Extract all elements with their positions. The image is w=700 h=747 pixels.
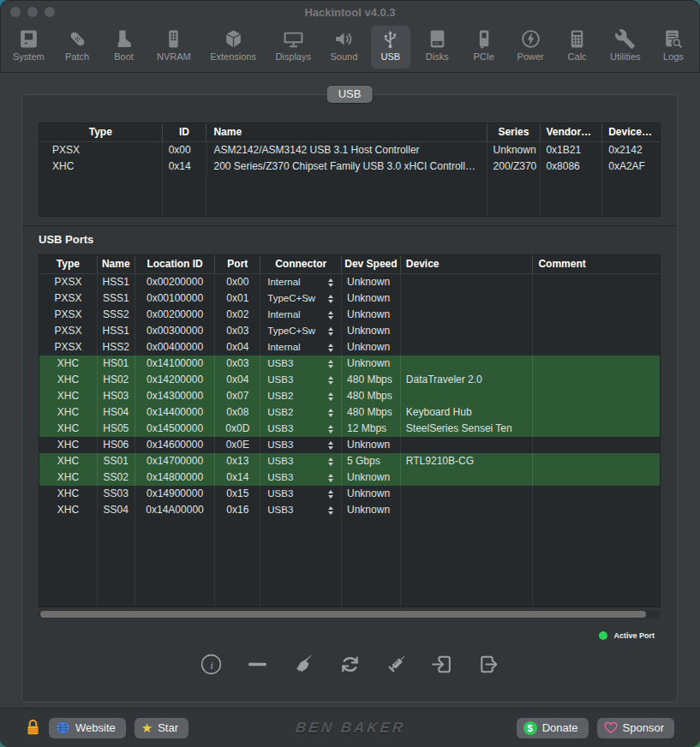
calc-icon xyxy=(566,28,588,50)
column-header-vendor[interactable]: Vendor… xyxy=(541,123,602,141)
controller-vendor: 0x8086 xyxy=(541,158,602,175)
connector-value: USB2 xyxy=(267,388,293,404)
donate-button[interactable]: $ Donate xyxy=(517,718,589,738)
export-button[interactable] xyxy=(475,648,502,679)
usb-port-row[interactable]: XHC SS01 0x14700000 0x13 USB3 5 Gbps RTL… xyxy=(39,453,660,469)
port-type: XHC xyxy=(39,469,98,486)
usb-port-row[interactable]: XHC HS03 0x14300000 0x07 USB2 480 Mbps xyxy=(39,388,660,404)
toolbar-item-sound[interactable]: Sound xyxy=(324,26,363,69)
refresh-button[interactable] xyxy=(336,648,363,679)
port-comment xyxy=(533,372,660,388)
usb-port-row[interactable]: XHC SS02 0x14800000 0x14 USB3 Unknown xyxy=(39,469,660,486)
port-dev-speed: Unknown xyxy=(342,307,401,323)
connector-select[interactable]: USB2 xyxy=(260,388,342,404)
column-header-name[interactable]: Name xyxy=(206,123,487,141)
column-header-device[interactable]: Device xyxy=(401,255,534,273)
usb-port-row[interactable]: XHC HS01 0x14100000 0x03 USB3 Unknown xyxy=(39,356,660,372)
inject-button[interactable] xyxy=(382,648,410,679)
toolbar-item-utilities[interactable]: Utilities xyxy=(604,26,646,69)
toolbar-item-system[interactable]: System xyxy=(7,26,51,69)
port-comment xyxy=(533,437,660,453)
controller-row[interactable]: PXSX 0x00 ASM2142/ASM3142 USB 3.1 Host C… xyxy=(39,142,660,158)
connector-select[interactable]: USB3 xyxy=(260,469,342,486)
toolbar-item-calc[interactable]: Calc xyxy=(558,26,597,69)
toolbar-item-logs[interactable]: Logs xyxy=(654,26,693,69)
toolbar-item-power[interactable]: Power xyxy=(511,26,550,69)
scrollbar-thumb[interactable] xyxy=(40,611,646,618)
connector-select[interactable]: Internal xyxy=(260,339,342,356)
toolbar-item-pcie[interactable]: PCIe xyxy=(464,26,504,69)
column-header-dev-speed[interactable]: Dev Speed xyxy=(342,255,401,273)
port-type: PXSX xyxy=(39,307,98,323)
controller-device: 0xA2AF xyxy=(602,158,660,175)
connector-select[interactable]: USB3 xyxy=(260,502,342,518)
port-name: HS02 xyxy=(98,372,135,388)
connector-select[interactable]: TypeC+Sw xyxy=(260,323,342,339)
globe-icon xyxy=(56,720,70,735)
usb-port-row[interactable]: PXSX SSS1 0x00100000 0x01 TypeC+Sw Unkno… xyxy=(39,290,660,307)
port-type: PXSX xyxy=(39,323,98,339)
lock-icon[interactable] xyxy=(26,718,40,738)
usb-port-row[interactable]: XHC HS05 0x14500000 0x0D USB3 12 Mbps St… xyxy=(39,421,660,437)
toolbar-item-boot[interactable]: Boot xyxy=(105,26,144,69)
column-header-comment[interactable]: Comment xyxy=(533,255,660,273)
horizontal-scrollbar[interactable] xyxy=(39,610,661,619)
close-button[interactable] xyxy=(10,7,21,17)
usb-icon xyxy=(380,28,401,50)
usb-port-row[interactable]: XHC HS06 0x14600000 0x0E USB3 Unknown xyxy=(39,437,660,453)
usb-port-row[interactable]: PXSX HSS1 0x00200000 0x00 Internal Unkno… xyxy=(39,274,660,290)
usb-port-row[interactable]: PXSX HSS2 0x00400000 0x04 Internal Unkno… xyxy=(39,339,660,356)
usb-port-row[interactable]: XHC HS02 0x14200000 0x04 USB3 480 Mbps D… xyxy=(39,372,660,388)
connector-select[interactable]: Internal xyxy=(260,307,342,323)
connector-select[interactable]: USB3 xyxy=(260,437,342,453)
connector-select[interactable]: USB3 xyxy=(260,486,342,502)
column-header-location-id[interactable]: Location ID xyxy=(135,255,216,273)
usb-port-row[interactable]: XHC SS04 0x14A00000 0x16 USB3 Unknown xyxy=(39,502,660,518)
toolbar-item-disks[interactable]: Disks xyxy=(417,26,457,69)
connector-select[interactable]: USB3 xyxy=(260,372,342,388)
column-header-type[interactable]: Type xyxy=(39,123,163,141)
website-button[interactable]: Website xyxy=(49,718,126,738)
sponsor-button[interactable]: Sponsor xyxy=(597,718,674,738)
controller-name: 200 Series/Z370 Chipset Family USB 3.0 x… xyxy=(207,158,488,175)
clean-button[interactable] xyxy=(290,648,317,679)
sponsor-label: Sponsor xyxy=(623,721,664,734)
star-button[interactable]: ★ Star xyxy=(135,718,188,738)
toolbar-item-nvram[interactable]: NVRAM xyxy=(151,26,197,69)
active-port-dot-icon xyxy=(599,631,607,640)
controller-row[interactable]: XHC 0x14 200 Series/Z370 Chipset Family … xyxy=(39,158,660,175)
port-comment xyxy=(533,356,660,372)
port-location-id: 0x14A00000 xyxy=(135,502,216,518)
port-device xyxy=(401,274,534,290)
remove-button[interactable] xyxy=(243,648,271,679)
info-button[interactable]: i xyxy=(197,648,224,679)
connector-select[interactable]: Internal xyxy=(260,274,342,290)
usb-port-row[interactable]: PXSX HSS1 0x00300000 0x03 TypeC+Sw Unkno… xyxy=(39,323,660,339)
usb-port-row[interactable]: XHC SS03 0x14900000 0x15 USB3 Unknown xyxy=(39,486,660,502)
toolbar-item-patch[interactable]: Patch xyxy=(57,26,97,69)
toolbar-item-usb[interactable]: USB xyxy=(371,26,410,69)
column-header-type[interactable]: Type xyxy=(39,255,98,273)
usb-port-row[interactable]: XHC HS04 0x14400000 0x08 USB2 480 Mbps K… xyxy=(39,404,660,421)
toolbar-item-displays[interactable]: Displays xyxy=(269,26,317,69)
port-dev-speed: Unknown xyxy=(342,437,401,453)
column-header-device[interactable]: Device… xyxy=(602,123,660,141)
usb-port-row[interactable]: PXSX SSS2 0x00200000 0x02 Internal Unkno… xyxy=(39,307,660,323)
column-header-connector[interactable]: Connector xyxy=(260,255,342,273)
tab-usb[interactable]: USB xyxy=(327,86,373,103)
minimize-button[interactable] xyxy=(27,7,38,17)
import-button[interactable] xyxy=(428,648,456,679)
connector-select[interactable]: TypeC+Sw xyxy=(260,290,342,307)
connector-select[interactable]: USB3 xyxy=(260,453,342,469)
zoom-button[interactable] xyxy=(45,7,55,17)
column-header-name[interactable]: Name xyxy=(98,255,135,273)
column-header-port[interactable]: Port xyxy=(215,255,260,273)
column-header-id[interactable]: ID xyxy=(163,123,207,141)
connector-select[interactable]: USB3 xyxy=(260,421,342,437)
column-header-series[interactable]: Series xyxy=(488,123,541,141)
connector-select[interactable]: USB2 xyxy=(260,404,342,421)
port-location-id: 0x00100000 xyxy=(135,290,216,307)
connector-select[interactable]: USB3 xyxy=(260,356,342,372)
port-name: HSS1 xyxy=(98,274,135,290)
toolbar-item-extensions[interactable]: Extensions xyxy=(204,26,262,69)
